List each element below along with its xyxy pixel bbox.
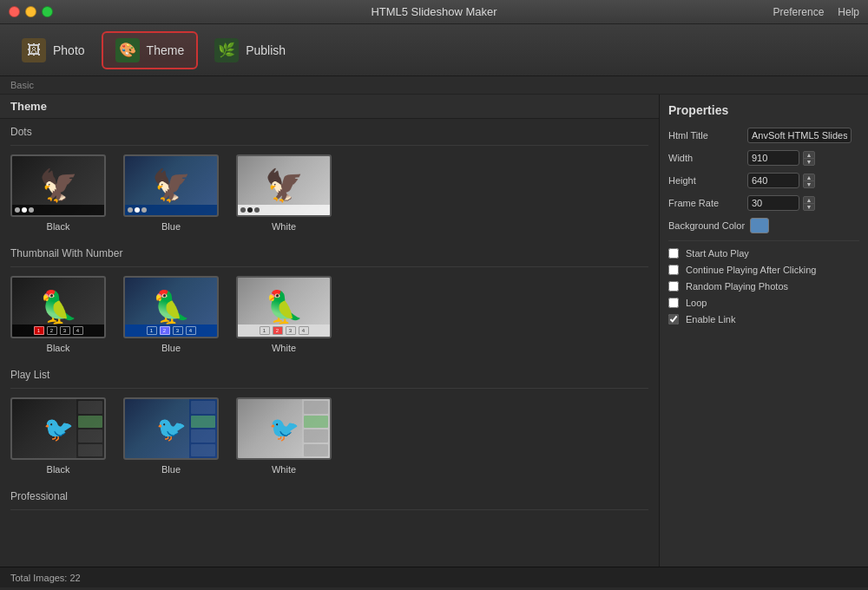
width-input[interactable] [747,150,799,166]
continue-play-checkbox[interactable] [668,265,679,275]
num-white-label: White [272,343,296,353]
help-menu[interactable]: Help [838,6,859,18]
width-spinner[interactable]: ▲ ▼ [803,151,815,166]
playlist-black-thumbnail: 🐦 [10,397,106,460]
theme-item-playlist-white[interactable]: 🐦 White [236,397,332,475]
theme-panel: Theme Dots 🦅 [0,95,660,567]
height-row: Height ▲ ▼ [668,173,859,188]
enable-link-label: Enable Link [686,314,736,324]
auto-play-label: Start Auto Play [686,248,749,259]
section-basic: Basic [0,76,868,95]
random-play-label: Random Playing Photos [686,281,788,292]
random-play-checkbox[interactable] [668,281,679,292]
dots-white-thumbnail: 🦅 [236,154,332,217]
auto-play-checkbox[interactable] [668,248,679,259]
publish-label: Publish [246,43,286,57]
minimize-button[interactable] [25,6,36,17]
height-input[interactable] [747,173,799,188]
bird-image: 🐦 [12,399,104,458]
playlist-white-thumbnail: 🐦 [236,397,332,460]
theme-item-num-blue[interactable]: 🦜 1 2 3 4 Blue [123,276,219,353]
playlist-group-title: Play List [10,362,648,389]
playlist-blue-thumbnail: 🐦 [123,397,219,460]
properties-panel: Properties Html Title Width ▲ ▼ Height ▲… [660,95,868,567]
theme-item-dots-white[interactable]: 🦅 White [236,154,332,232]
continue-play-label: Continue Playing After Clicking [686,265,816,275]
theme-group-professional: Professional [0,483,659,528]
theme-group-number: Thumbnail With Number 🦜 1 2 3 4 [0,240,659,362]
dots-white-label: White [272,221,296,232]
dots-bar [12,205,104,215]
num-white-thumbnail: 🦜 1 2 3 4 [236,276,332,338]
width-row: Width ▲ ▼ [668,150,859,166]
num-black-label: Black [47,343,70,353]
titlebar: HTML5 Slideshow Maker Preference Help [0,0,868,24]
bird-image: 🐦 [125,399,217,458]
height-spinner[interactable]: ▲ ▼ [803,174,815,188]
dots-black-label: Black [47,221,70,232]
number-group-title: Thumbnail With Number [10,240,648,267]
publish-tab[interactable]: 🌿 Publish [201,31,299,69]
photo-tab[interactable]: 🖼 Photo [9,31,98,69]
bg-color-swatch[interactable] [750,218,769,233]
dots-bar [125,205,217,215]
num-bar: 1 2 3 4 [125,324,217,337]
theme-icon: 🎨 [115,38,140,62]
menu-bar: Preference Help [773,6,859,18]
frame-rate-row: Frame Rate ▲ ▼ [668,195,859,211]
enable-link-row: Enable Link [668,314,859,324]
frame-rate-down[interactable]: ▼ [803,203,815,211]
theme-item-playlist-black[interactable]: 🐦 Black [10,397,106,475]
close-button[interactable] [9,6,20,17]
bird-image: 🐦 [238,399,330,458]
num-bar: 1 2 3 4 [12,324,104,337]
preference-menu[interactable]: Preference [773,6,825,18]
dots-group-title: Dots [10,119,648,146]
toolbar: 🖼 Photo 🎨 Theme 🌿 Publish [0,24,868,76]
width-down[interactable]: ▼ [803,158,815,166]
window-controls[interactable] [9,6,53,17]
theme-item-num-white[interactable]: 🦜 1 2 3 4 White [236,276,332,353]
width-label: Width [668,153,742,163]
height-down[interactable]: ▼ [803,180,815,188]
num-bar: 1 2 3 4 [238,324,330,337]
playlist-black-label: Black [47,464,70,475]
num-blue-thumbnail: 🦜 1 2 3 4 [123,276,219,338]
theme-group-playlist: Play List 🐦 [0,362,659,483]
playlist-blue-label: Blue [161,464,181,475]
photo-label: Photo [53,43,85,57]
theme-item-dots-blue[interactable]: 🦅 Blue [123,154,219,232]
frame-rate-label: Frame Rate [668,198,742,208]
photo-icon: 🖼 [22,38,46,62]
dots-blue-label: Blue [161,221,181,232]
app-title: HTML5 Slideshow Maker [371,5,496,18]
frame-rate-spinner[interactable]: ▲ ▼ [803,196,815,211]
enable-link-checkbox[interactable] [668,314,679,324]
loop-label: Loop [686,298,707,308]
theme-item-playlist-blue[interactable]: 🐦 Blue [123,397,219,475]
statusbar-text: Total Images: 22 [10,573,81,583]
loop-row: Loop [668,298,859,308]
theme-tab[interactable]: 🎨 Theme [102,31,199,69]
random-play-row: Random Playing Photos [668,281,859,292]
dots-blue-thumbnail: 🦅 [123,154,219,217]
html-title-input[interactable] [747,128,852,143]
num-black-thumbnail: 🦜 1 2 3 4 [10,276,106,338]
html-title-label: Html Title [668,130,742,141]
properties-title: Properties [668,103,859,117]
theme-item-dots-black[interactable]: 🦅 Black [10,154,106,232]
professional-group-title: Professional [10,483,648,510]
theme-item-num-black[interactable]: 🦜 1 2 3 4 Black [10,276,106,353]
loop-checkbox[interactable] [668,298,679,308]
theme-label: Theme [147,43,185,57]
divider [668,240,859,241]
publish-icon: 🌿 [214,38,239,62]
dots-items: 🦅 Black [10,154,648,232]
bg-color-label: Background Color [668,220,745,231]
html-title-row: Html Title [668,128,859,143]
theme-scroll-area[interactable]: Dots 🦅 [0,119,659,567]
dots-black-thumbnail: 🦅 [10,154,106,217]
frame-rate-input[interactable] [747,195,799,211]
theme-panel-title: Theme [0,95,659,119]
maximize-button[interactable] [42,6,53,17]
